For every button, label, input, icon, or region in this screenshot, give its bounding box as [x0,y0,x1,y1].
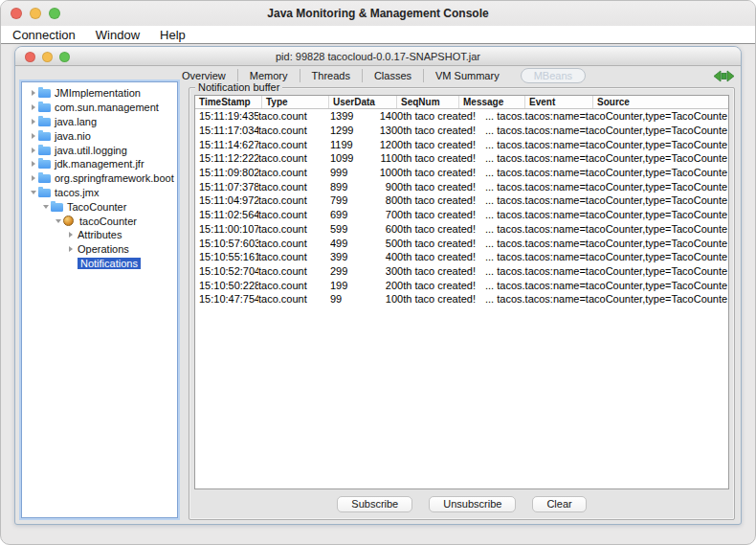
tab-overview[interactable]: Overview [170,69,237,82]
cell-userdata: 99 [330,293,374,305]
unsubscribe-button[interactable]: Unsubscribe [429,496,516,512]
table-row[interactable]: 15:11:07:378taco.count899900th taco crea… [195,179,728,193]
chevron-down-icon[interactable] [28,191,38,194]
cell-source: ... tacos.tacos:name=tacoCounter,type=Ta… [485,265,728,277]
column-header-seqnum[interactable]: SeqNum [396,96,458,108]
tree-item-jdk-management-jfr[interactable]: jdk.management.jfr [22,157,177,171]
table-row[interactable]: 15:11:19:435taco.count13991400th taco cr… [195,109,728,124]
notification-table-header: TimeStampTypeUserDataSeqNumMessageEventS… [195,96,728,109]
tree-item-tacos-jmx[interactable]: tacos.jmx [22,186,177,200]
tree-item-label: com.sun.management [55,102,159,113]
cell-userdata: 1099 [330,152,374,164]
tab-threads[interactable]: Threads [300,69,362,82]
cell-userdata: 1399 [330,110,374,122]
chevron-right-icon[interactable] [28,104,38,110]
column-header-timestamp[interactable]: TimeStamp [195,96,261,108]
chevron-right-icon[interactable] [65,246,76,252]
chevron-down-icon[interactable] [40,205,51,209]
minimize-icon[interactable] [42,52,53,62]
cell-message: 200th taco created! [374,280,476,291]
table-row[interactable]: 15:10:52:704taco.count299300th taco crea… [195,264,728,279]
minimize-window-button[interactable] [30,8,41,19]
table-row[interactable]: 15:11:12:222taco.count10991100th taco cr… [195,151,728,166]
tree-item-notifications[interactable]: Notifications [22,257,177,271]
cell-timestamp: 15:11:17:034 [195,125,258,136]
column-header-event[interactable]: Event [524,96,592,108]
column-header-type[interactable]: Type [261,96,328,108]
chevron-right-icon[interactable] [28,90,38,96]
chevron-right-icon[interactable] [28,175,38,181]
table-row[interactable]: 15:10:55:161taco.count399400th taco crea… [195,250,728,264]
table-row[interactable]: 15:10:57:603taco.count499500th taco crea… [195,236,728,250]
menu-connection[interactable]: Connection [12,28,86,42]
cell-message: 1000th taco created! [374,167,476,178]
column-header-message[interactable]: Message [458,96,524,108]
cell-type: taco.count [258,181,330,193]
cell-source: ... tacos.tacos:name=tacoCounter,type=Ta… [485,194,728,206]
folder-icon [38,88,55,98]
table-row[interactable]: 15:10:47:754taco.count99100th taco creat… [195,292,728,307]
tab-vm-summary[interactable]: VM Summary [423,69,511,82]
menu-help[interactable]: Help [160,28,196,42]
cell-message: 300th taco created! [374,265,476,277]
subscribe-button[interactable]: Subscribe [337,496,412,512]
chevron-right-icon[interactable] [28,133,38,139]
table-row[interactable]: 15:11:02:564taco.count699700th taco crea… [195,208,728,222]
tree-item-java-util-logging[interactable]: java.util.logging [22,143,177,157]
tree-item-java-nio[interactable]: java.nio [22,128,177,143]
tree-item-com-sun-management[interactable]: com.sun.management [22,101,177,115]
table-row[interactable]: 15:11:14:627taco.count11991200th taco cr… [195,137,728,151]
tree-item-java-lang[interactable]: java.lang [22,115,177,129]
column-header-source[interactable]: Source [592,96,728,108]
tab-classes[interactable]: Classes [362,69,423,82]
cell-type: taco.count [258,125,330,136]
table-row[interactable]: 15:11:04:972taco.count799800th taco crea… [195,193,728,208]
cell-userdata: 399 [330,251,374,262]
cell-source: ... tacos.tacos:name=tacoCounter,type=Ta… [485,152,728,164]
table-row[interactable]: 15:11:09:802taco.count9991000th taco cre… [195,166,728,180]
close-window-button[interactable] [11,8,22,19]
connection-window: pid: 99828 tacocloud-0.0.17-SNAPSHOT.jar… [14,46,742,525]
cell-message: 500th taco created! [374,238,476,249]
chevron-right-icon[interactable] [28,148,38,153]
tree-item-label: Operations [78,243,129,255]
menu-window[interactable]: Window [96,28,150,42]
chevron-right-icon[interactable] [65,232,76,238]
cell-userdata: 1299 [330,125,374,136]
tree-item-label: Notifications [78,258,141,269]
table-row[interactable]: 15:10:50:228taco.count199200th taco crea… [195,278,728,292]
tab-memory[interactable]: Memory [237,69,300,82]
cell-message: 1200th taco created! [374,139,476,150]
tree-item-org-springframework-boot[interactable]: org.springframework.boot [22,171,177,186]
cell-timestamp: 15:11:07:378 [195,181,258,193]
close-icon[interactable] [25,52,35,62]
cell-timestamp: 15:11:04:972 [195,194,258,206]
tree-item-label: tacoCounter [79,216,137,227]
tree-item-tacocounter[interactable]: tacoCounter [22,214,177,228]
clear-button[interactable]: Clear [532,496,586,512]
tree-item-operations[interactable]: Operations [22,242,177,257]
chevron-down-icon[interactable] [53,219,63,223]
chevron-right-icon[interactable] [28,119,38,125]
tree-item-tacocounter[interactable]: TacoCounter [22,199,177,214]
chevron-right-icon[interactable] [28,161,38,167]
cell-message: 1300th taco created! [374,125,476,136]
tree-item-jmimplementation[interactable]: JMImplementation [22,86,177,101]
folder-icon [38,131,55,141]
tab-mbeans[interactable]: MBeans [521,68,586,83]
zoom-icon[interactable] [59,52,70,62]
tree-item-attributes[interactable]: Attributes [22,228,177,242]
notification-buttons: SubscribeUnsubscribeClear [189,495,734,512]
cell-timestamp: 15:11:14:627 [195,139,258,150]
table-row[interactable]: 15:11:17:034taco.count12991300th taco cr… [195,124,728,138]
column-header-userdata[interactable]: UserData [328,96,396,108]
cell-source: ... tacos.tacos:name=tacoCounter,type=Ta… [485,125,728,136]
zoom-window-button[interactable] [49,8,60,19]
window-controls [11,8,60,19]
table-row[interactable]: 15:11:00:107taco.count599600th taco crea… [195,222,728,237]
cell-userdata: 899 [330,181,374,193]
cell-source: ... tacos.tacos:name=tacoCounter,type=Ta… [485,238,728,249]
window-title: Java Monitoring & Management Console [267,7,488,20]
cell-source: ... tacos.tacos:name=tacoCounter,type=Ta… [485,251,728,262]
cell-timestamp: 15:11:02:564 [195,209,258,220]
